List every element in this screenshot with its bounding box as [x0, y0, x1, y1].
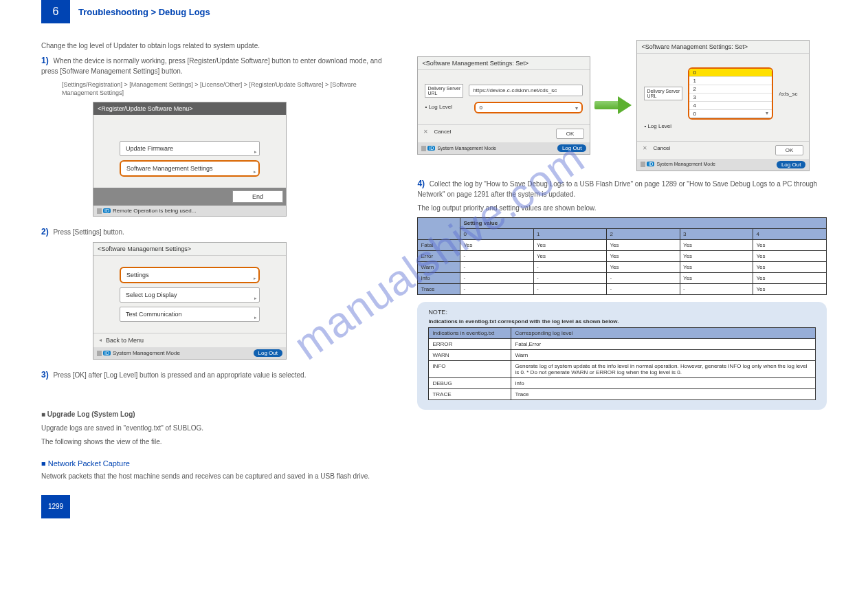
note-subtitle: Indications in eventlog.txt correspond w…: [428, 318, 816, 325]
id-badge-icon: ID: [103, 351, 111, 355]
note-table: Indications in eventlog.txt Correspondin…: [428, 327, 816, 400]
arrow-right-icon: [594, 96, 632, 114]
mini1-ok-button[interactable]: OK: [556, 129, 585, 139]
table-row: DEBUGInfo: [429, 377, 816, 388]
mini-device-open: <Software Management Settings: Set> Deli…: [636, 40, 810, 171]
priority-table-header: Setting value: [460, 217, 827, 228]
table-row: INFOGenerate log of system update at the…: [429, 360, 816, 377]
device1-title: <Register/Update Software Menu>: [93, 102, 286, 115]
chevron-right-icon: ▸: [254, 315, 257, 320]
dropdown-option[interactable]: 3: [689, 94, 772, 102]
mini1-status: IDSystem Management Mode Log Out: [418, 142, 590, 154]
priority-table: Setting value 0 1 2 3 4 FatalYesYesYesYe…: [417, 217, 827, 295]
table-row: WARNWarn: [429, 349, 816, 360]
network-capture-text: Network packets that the host machine se…: [41, 472, 390, 481]
step-4: 4) Collect the log by "How to Save Debug…: [417, 178, 827, 199]
intro-text: Change the log level of Updater to obtai…: [41, 41, 390, 51]
table-row: Trace----Yes: [418, 283, 827, 294]
table-row: TRACETrace: [429, 388, 816, 399]
mini-device-closed: <Software Management Settings: Set> Deli…: [417, 56, 590, 155]
device2-select-log-display[interactable]: Select Log Display▸: [120, 287, 260, 303]
dropdown-option[interactable]: 1: [689, 77, 772, 85]
id-badge-icon: ID: [647, 162, 654, 166]
step-1: 1) When the device is normally working, …: [41, 55, 390, 76]
table-row: Error-YesYesYesYes: [418, 250, 827, 261]
device-shot-menu: <Register/Update Software Menu> Update F…: [93, 102, 287, 217]
view-p1: Upgrade logs are saved in "eventlog.txt"…: [41, 424, 390, 433]
chapter-number-box: 6: [41, 0, 70, 23]
device2-test-communication[interactable]: Test Communication▸: [120, 307, 260, 322]
device1-end-button[interactable]: End: [232, 190, 283, 203]
device2-back-button[interactable]: ◂ Back to Menu: [93, 333, 286, 347]
network-capture-head: ■ Network Packet Capture: [41, 459, 390, 468]
lock-icon: [641, 162, 645, 167]
mini1-logout-button[interactable]: Log Out: [557, 144, 586, 152]
mini2-logout-button[interactable]: Log Out: [777, 161, 805, 168]
device-shot-settings: <Software Management Settings> Settings▸…: [93, 242, 287, 360]
triangle-left-icon: ◂: [99, 337, 102, 343]
dropdown-option[interactable]: 0: [689, 110, 772, 118]
chevron-down-icon: ▾: [575, 105, 578, 111]
table-row: Info---YesYes: [418, 272, 827, 283]
header: 6 Troubleshooting > Debug Logs: [41, 0, 827, 23]
device1-status: IDRemote Operation is being used...: [93, 206, 286, 216]
note-title: NOTE:: [428, 309, 816, 316]
chevron-right-icon: ▸: [254, 296, 257, 301]
note-box: NOTE: Indications in eventlog.txt corres…: [417, 302, 827, 410]
lock-icon: [421, 146, 426, 151]
step-1-path: [Settings/Registration] > [Management Se…: [62, 80, 390, 98]
mini1-url-label[interactable]: Delivery Server URL: [425, 84, 463, 98]
table-row: Warn--YesYesYes: [418, 261, 827, 272]
dropdown-option[interactable]: 4: [689, 102, 772, 110]
lock-icon: [97, 208, 102, 214]
step-2: 2) Press [Settings] button.: [41, 226, 390, 238]
left-column: Change the log level of Updater to obtai…: [41, 37, 390, 518]
mini2-url-tail: /cds_sc: [779, 91, 802, 97]
dropdown-option[interactable]: 2: [689, 85, 772, 94]
mini1-url-input[interactable]: https://device.c-cdsknn.net/cds_sc: [469, 85, 583, 96]
mini1-title: <Software Management Settings: Set>: [418, 57, 590, 70]
header-breadcrumb: Troubleshooting > Debug Logs: [78, 7, 210, 17]
device-shot-pair: <Software Management Settings: Set> Deli…: [417, 40, 827, 171]
device2-logout-button[interactable]: Log Out: [254, 349, 282, 357]
chevron-right-icon: ▸: [254, 149, 257, 155]
close-icon: ✕: [643, 145, 647, 151]
right-column: <Software Management Settings: Set> Deli…: [417, 37, 827, 518]
mini2-loglevel-label: • Log Level: [644, 124, 688, 130]
view-p2: The following shows the view of the file…: [41, 437, 390, 447]
mini2-title: <Software Management Settings: Set>: [637, 41, 809, 54]
lock-icon: [97, 351, 102, 356]
dropdown-option[interactable]: 0: [689, 69, 772, 77]
mini2-status: IDSystem Management Mode Log Out: [637, 159, 809, 171]
view-subhead: ■ Upgrade Log (System Log): [41, 410, 390, 419]
table-row: ERRORFatal,Error: [429, 338, 816, 349]
step-3: 3) Press [OK] after [Log Level] button i…: [41, 369, 390, 381]
device2-status: IDSystem Management Mode Log Out: [93, 347, 286, 359]
id-badge-icon: ID: [427, 146, 435, 151]
device1-software-mgmt-settings[interactable]: Software Management Settings▸: [120, 160, 260, 177]
priority-intro: The log output priority and setting valu…: [417, 204, 827, 213]
mini1-loglevel-label: • Log Level: [425, 105, 469, 111]
close-icon: ✕: [423, 129, 428, 135]
mini2-cancel-button[interactable]: Cancel: [650, 144, 673, 153]
mini1-cancel-button[interactable]: Cancel: [431, 127, 454, 136]
device2-settings-btn[interactable]: Settings▸: [120, 267, 260, 283]
mini2-ok-button[interactable]: OK: [775, 145, 804, 155]
id-badge-icon: ID: [103, 208, 111, 213]
chevron-right-icon: ▸: [254, 169, 256, 175]
mini2-loglevel-dropdown[interactable]: 0 1 2 3 4 0: [688, 67, 773, 120]
page-number-box: 1299: [41, 495, 70, 518]
mini2-url-label[interactable]: Delivery Server URL: [644, 87, 682, 101]
device2-title: <Software Management Settings>: [93, 243, 286, 256]
chevron-right-icon: ▸: [254, 276, 256, 281]
mini1-loglevel-select[interactable]: 0 ▾: [474, 102, 583, 113]
device1-update-firmware[interactable]: Update Firmware▸: [120, 141, 260, 156]
table-row: FatalYesYesYesYesYes: [418, 239, 827, 250]
